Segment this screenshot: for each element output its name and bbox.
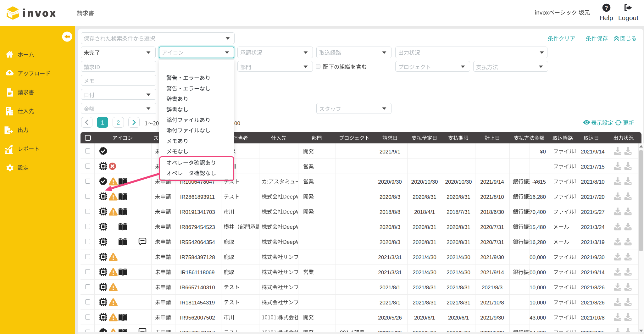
svg-text:?: ? [605, 5, 608, 11]
